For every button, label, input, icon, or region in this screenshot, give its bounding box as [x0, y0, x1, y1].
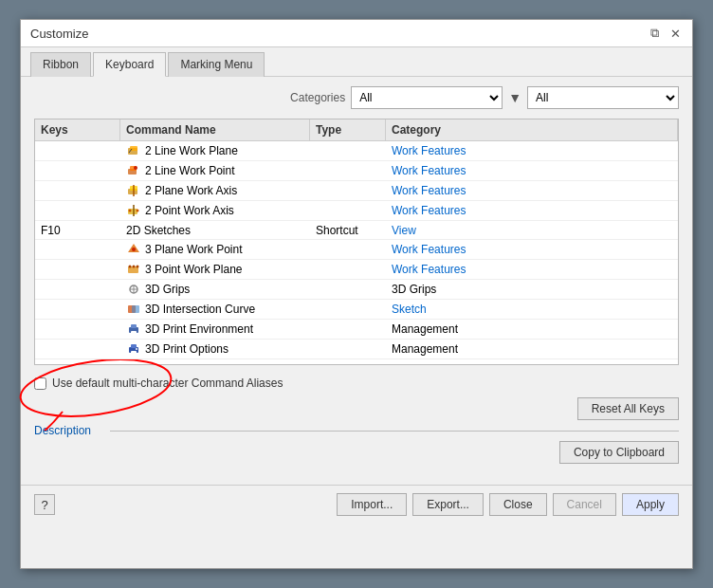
- table-row[interactable]: 3 Plane Work Point Work Features: [35, 240, 678, 260]
- table-row[interactable]: 3D Print Environment Management: [35, 320, 678, 340]
- col-category: Category: [386, 119, 678, 140]
- table-row[interactable]: 2 Line Work Point Work Features: [35, 161, 678, 181]
- cell-category: Management: [386, 340, 678, 358]
- checkbox-label[interactable]: Use default multi-character Command Alia…: [52, 377, 283, 390]
- copy-to-clipboard-button[interactable]: Copy to Clipboard: [559, 441, 679, 464]
- cell-key: [35, 340, 120, 358]
- table-row[interactable]: 2 Plane Work Axis Work Features: [35, 181, 678, 201]
- svg-rect-25: [131, 324, 137, 328]
- export-button[interactable]: Export...: [412, 493, 484, 516]
- svg-point-14: [132, 248, 136, 251]
- cell-command: 2 Line Work Point: [120, 161, 310, 180]
- close-button[interactable]: Close: [489, 493, 547, 516]
- categories-dropdown[interactable]: All: [351, 86, 503, 109]
- cell-category: Work Features: [386, 240, 678, 259]
- cell-category: View: [386, 221, 678, 239]
- svg-point-17: [133, 266, 136, 268]
- cell-command: 2 Point Work Axis: [120, 201, 310, 220]
- type-dropdown[interactable]: All: [527, 86, 679, 109]
- work-plane3-icon: [126, 262, 141, 277]
- tab-marking-menu[interactable]: Marking Menu: [168, 52, 265, 77]
- cell-category: Sketch: [386, 300, 678, 319]
- title-controls: ⧉ ✕: [647, 26, 683, 41]
- tab-keyboard[interactable]: Keyboard: [93, 52, 166, 77]
- work-axis-icon: [126, 183, 141, 198]
- cell-command: 3D Grips: [120, 280, 310, 299]
- cell-category: Work Features: [386, 181, 678, 200]
- svg-rect-32: [131, 364, 137, 365]
- cell-type: Shortcut: [310, 221, 386, 239]
- cell-key: [35, 181, 120, 200]
- table-row[interactable]: 3D Print Preview Management: [35, 359, 678, 365]
- svg-point-30: [136, 348, 137, 350]
- svg-rect-26: [131, 331, 137, 334]
- action-buttons: Import... Export... Close Cancel Apply: [337, 493, 679, 516]
- cell-command: 2 Plane Work Axis: [120, 181, 310, 200]
- print-env-icon: [126, 322, 141, 337]
- checkbox-row: Use default multi-character Command Alia…: [34, 377, 679, 390]
- cell-category: Work Features: [386, 201, 678, 220]
- cell-key: [35, 280, 120, 299]
- customize-dialog: Customize ⧉ ✕ Ribbon Keyboard Marking Me…: [20, 19, 693, 569]
- cell-command: 3D Print Options: [120, 340, 310, 358]
- cell-key: F10: [35, 221, 120, 239]
- cell-type: [310, 201, 386, 220]
- filter-row: Categories All ▼ All: [34, 86, 679, 109]
- cell-category: Work Features: [386, 260, 678, 279]
- cell-key: [35, 260, 120, 279]
- cell-command: 2 Line Work Plane: [120, 141, 310, 160]
- cell-type: [310, 300, 386, 319]
- cell-type: [310, 320, 386, 339]
- reset-all-keys-button[interactable]: Reset All Keys: [577, 397, 679, 420]
- cell-category: Work Features: [386, 161, 678, 180]
- cell-category: Management: [386, 359, 678, 365]
- bottom-bar: ? Import... Export... Close Cancel Apply: [21, 485, 692, 524]
- close-button[interactable]: ✕: [667, 26, 683, 41]
- main-content: Categories All ▼ All Keys Command Name T…: [21, 77, 692, 477]
- cell-command: 3D Print Environment: [120, 320, 310, 339]
- cell-type: [310, 240, 386, 259]
- copy-clipboard-row: Copy to Clipboard: [34, 441, 679, 464]
- cancel-button[interactable]: Cancel: [553, 493, 616, 516]
- dialog-title: Customize: [30, 27, 88, 41]
- svg-rect-23: [132, 305, 139, 313]
- tab-bar: Ribbon Keyboard Marking Menu: [21, 47, 692, 77]
- cell-category: 3D Grips: [386, 280, 678, 299]
- svg-rect-28: [131, 344, 137, 348]
- print-preview-icon: [126, 361, 141, 365]
- table-row[interactable]: F10 2D Sketches Shortcut View: [35, 221, 678, 240]
- cell-key: [35, 240, 120, 259]
- table-row[interactable]: 3 Point Work Plane Work Features: [35, 260, 678, 280]
- work-plane-icon: [126, 143, 141, 158]
- help-section: ?: [34, 494, 55, 515]
- table-row[interactable]: 3D Print Options Management: [35, 340, 678, 359]
- title-bar: Customize ⧉ ✕: [21, 20, 692, 47]
- description-label: Description: [34, 424, 101, 437]
- apply-button[interactable]: Apply: [622, 493, 679, 516]
- table-row[interactable]: 2 Point Work Axis Work Features: [35, 201, 678, 221]
- cell-command: 3 Plane Work Point: [120, 240, 310, 259]
- table-row[interactable]: 3D Grips 3D Grips: [35, 280, 678, 300]
- cell-type: [310, 181, 386, 200]
- cell-key: [35, 141, 120, 160]
- svg-rect-29: [131, 351, 137, 354]
- work-point-icon: [126, 163, 141, 178]
- table-row[interactable]: 2 Line Work Plane Work Features: [35, 141, 678, 161]
- cell-command: 3D Print Preview: [120, 359, 310, 365]
- commands-table[interactable]: Keys Command Name Type Category 2 Line W…: [34, 119, 679, 365]
- tab-ribbon[interactable]: Ribbon: [30, 52, 91, 77]
- col-keys: Keys: [35, 119, 120, 140]
- svg-point-16: [129, 266, 132, 268]
- help-button[interactable]: ?: [34, 494, 55, 515]
- table-row[interactable]: 3D Intersection Curve Sketch: [35, 300, 678, 320]
- default-aliases-checkbox[interactable]: [34, 377, 46, 390]
- cell-category: Work Features: [386, 141, 678, 160]
- cell-key: [35, 320, 120, 339]
- restore-button[interactable]: ⧉: [647, 26, 662, 41]
- reset-keys-row: Reset All Keys: [34, 397, 679, 420]
- cell-key: [35, 161, 120, 180]
- categories-label: Categories: [290, 91, 345, 104]
- cell-type: [310, 359, 386, 365]
- import-button[interactable]: Import...: [337, 493, 407, 516]
- cell-type: [310, 340, 386, 358]
